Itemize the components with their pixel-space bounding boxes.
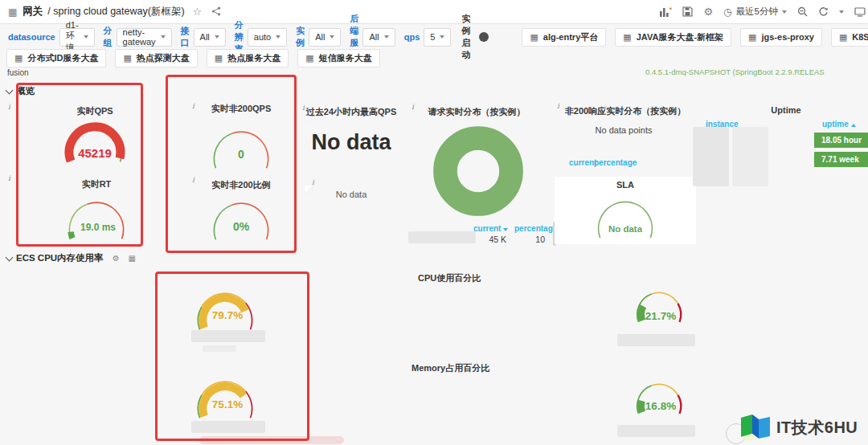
panel-uptime-title: Uptime (771, 105, 800, 115)
annotation-box-ecs (155, 271, 309, 441)
request-dist-current-value: 45 K (478, 235, 506, 244)
redacted-label (617, 425, 695, 437)
link-jgs-es-proxy[interactable]: ▦jgs-es-proxy (740, 28, 822, 47)
info-icon[interactable]: i (411, 103, 414, 111)
var-qps-select[interactable]: 5 (424, 28, 451, 47)
sla-gauge-value: No data (608, 224, 642, 234)
breadcrumb-title[interactable]: / spring cloud gateway(新框架) (47, 5, 184, 18)
time-range-label: 最近5分钟 (736, 6, 778, 18)
zoom-out-icon[interactable] (797, 6, 808, 17)
refresh-icon[interactable] (818, 6, 829, 17)
request-dist-donut[interactable] (432, 125, 524, 220)
chevron-down-icon (161, 35, 166, 39)
star-icon[interactable]: ☆ (193, 6, 203, 18)
section-ecs-header[interactable]: ECS CPU内存使用率 ⚙ ▦ (6, 252, 136, 264)
info-icon[interactable]: i (8, 103, 10, 111)
cpu-gauge (632, 287, 686, 330)
link-label: jgs-es-proxy (761, 32, 813, 42)
var-interface: 接口 All (179, 25, 226, 49)
row-panels-icon[interactable]: ▦ (129, 254, 136, 263)
link-label: K8S / Java / Service (852, 32, 868, 42)
cycle-view-icon[interactable] (854, 7, 866, 17)
info-icon[interactable]: i (8, 174, 10, 182)
var-resolution-select[interactable]: auto (248, 28, 287, 47)
add-panel-icon[interactable] (659, 6, 672, 18)
request-dist-col-current[interactable]: current (473, 224, 508, 233)
link-hotspot-detect[interactable]: ▦热点探测大盘 (115, 49, 197, 67)
redacted-instance-name (732, 127, 768, 186)
grid-icon: ▦ (530, 32, 538, 43)
link-alg-entry[interactable]: ▦alg-entry平台 (522, 28, 606, 47)
chevron-down-icon (276, 35, 280, 39)
share-icon[interactable] (211, 5, 221, 19)
dashboard-grid-icon: ▦ (8, 6, 17, 18)
grid-icon: ▦ (839, 32, 847, 43)
link-label: JAVA服务大盘-新框架 (637, 31, 723, 43)
panel-non200-dist-title: 非200响应实时分布（按实例） (565, 105, 686, 117)
info-icon[interactable]: i (557, 102, 559, 110)
cpu-gauge-value: 21.7% (645, 310, 676, 322)
var-group: 分组 netty-gateway (102, 25, 172, 49)
redacted-label (617, 334, 695, 346)
non200-dist-col-current[interactable]: current (569, 158, 596, 167)
info-icon[interactable]: i (302, 104, 305, 112)
var-qps: qps 5 (403, 28, 452, 47)
panel-maxqps-title: 过去24小时内最高QPS (306, 106, 396, 118)
sort-asc-icon (851, 124, 856, 127)
var-interface-select[interactable]: All (194, 28, 226, 47)
breadcrumb-section[interactable]: 网关 (23, 5, 43, 18)
instance-start-toggle-label: 实例启动 (461, 13, 470, 61)
gear-icon[interactable]: ⚙ (113, 254, 120, 263)
sla-gauge (592, 195, 659, 247)
var-interface-label: 接口 (179, 25, 191, 49)
var-instance: 实例 All (294, 25, 341, 49)
watermark-text: IT技术6HU (776, 417, 858, 439)
section-ecs-label: ECS CPU内存使用率 (16, 252, 104, 264)
var-group-select[interactable]: netty-gateway (117, 28, 172, 47)
top-navbar: ▦ 网关 / spring cloud gateway(新框架) ☆ ⚙ ◷ 最… (0, 0, 868, 24)
grid-icon: ▦ (623, 32, 631, 43)
grid-icon: ▦ (14, 53, 23, 63)
non200-dist-col-percentage[interactable]: percentage (594, 158, 637, 167)
refresh-interval-chevron-icon[interactable] (839, 10, 844, 14)
watermark-logo (739, 413, 773, 445)
request-dist-percentage-value: 10 (522, 235, 545, 244)
uptime-col-uptime[interactable]: uptime (822, 120, 856, 129)
chevron-down-icon (215, 35, 219, 39)
dashboard-screen: ▦ 网关 / spring cloud gateway(新框架) ☆ ⚙ ◷ 最… (0, 0, 868, 445)
var-instance-value: All (315, 32, 325, 42)
link-sms-service[interactable]: ▦短信服务大盘 (297, 49, 379, 67)
chevron-down-icon (84, 35, 88, 39)
link-hotspot-service[interactable]: ▦热点服务大盘 (207, 49, 289, 67)
chevron-down-icon (6, 86, 14, 94)
link-java-dashboard[interactable]: ▦JAVA服务大盘-新框架 (615, 28, 731, 47)
memory-gauge-value: 16.8% (645, 400, 676, 412)
panel-corner-fold (305, 186, 312, 193)
panel-cpu-title: CPU使用百分比 (418, 272, 481, 284)
grid-icon: ▦ (305, 53, 313, 63)
grid-icon: ▦ (123, 53, 131, 63)
dashboard-links-row1: ▦alg-entry平台 ▦JAVA服务大盘-新框架 ▦jgs-es-proxy… (522, 28, 868, 47)
sort-desc-icon (503, 228, 508, 231)
var-datasource: datasource d1-环境 (6, 28, 95, 47)
link-label: 短信服务大盘 (319, 52, 372, 64)
link-label: 热点服务大盘 (227, 52, 280, 64)
var-datasource-select[interactable]: d1-环境 (59, 28, 95, 47)
request-dist-col-percentage[interactable]: percentag (514, 224, 553, 233)
link-label: alg-entry平台 (543, 31, 598, 43)
info-icon[interactable]: i (312, 178, 314, 186)
gear-icon[interactable]: ⚙ (703, 6, 713, 18)
time-range-picker[interactable]: ◷ 最近5分钟 (723, 6, 787, 18)
save-icon[interactable] (682, 6, 693, 17)
var-interface-value: All (200, 32, 210, 42)
link-k8s-java-service[interactable]: ▦K8S / Java / Service (831, 28, 868, 47)
var-instance-select[interactable]: All (309, 28, 341, 47)
var-backend-select[interactable]: All (362, 28, 395, 47)
grid-icon: ▦ (215, 53, 223, 63)
var-group-label: 分组 (102, 25, 114, 49)
col-label: current (473, 224, 501, 233)
dashboard-links-row2: ▦分布式ID服务大盘 ▦热点探测大盘 ▦热点服务大盘 ▦短信服务大盘 (6, 49, 380, 67)
link-distributed-id[interactable]: ▦分布式ID服务大盘 (6, 49, 106, 67)
variables-row: datasource d1-环境 分组 netty-gateway 接口 All… (6, 27, 868, 47)
small-panel-no-data: No data (336, 190, 367, 199)
